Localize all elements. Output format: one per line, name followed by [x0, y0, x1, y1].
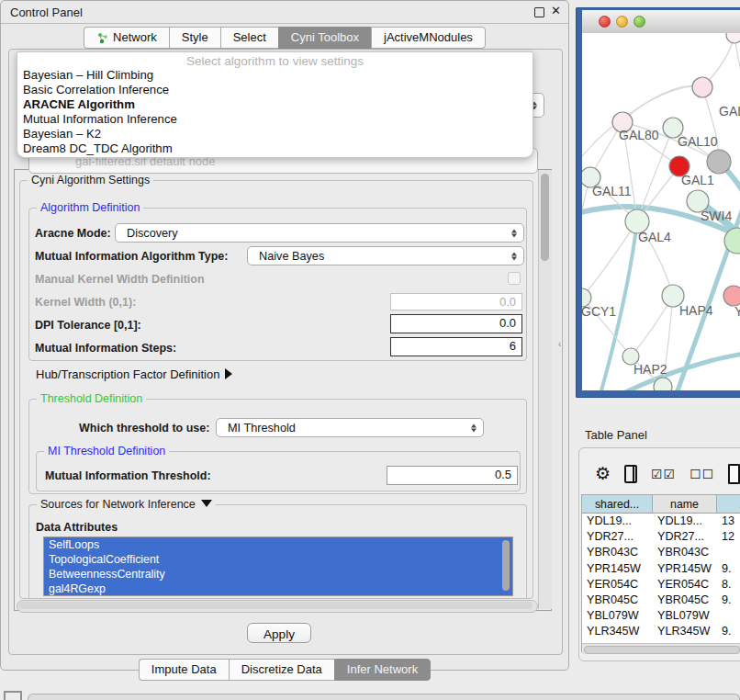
table-row[interactable]: YDL19...YDL19...13: [582, 514, 740, 529]
table-row[interactable]: YBR043CYBR043C: [582, 545, 740, 560]
algorithm-dropdown-popup: Select algorithm to view settings Bayesi…: [17, 51, 533, 158]
manual-kernel-checkbox[interactable]: [508, 272, 521, 285]
tab-discretize-data[interactable]: Discretize Data: [229, 659, 334, 681]
mi-threshold-field[interactable]: 0.5: [387, 466, 518, 485]
combo-arrows-icon: [511, 229, 517, 237]
which-threshold-combo[interactable]: MI Threshold: [216, 418, 484, 437]
table-cell: YDR27...: [582, 529, 653, 545]
table-row[interactable]: YDR27...YDR27...12: [582, 529, 740, 545]
settings-vertical-scrollbar[interactable]: [538, 170, 552, 609]
tab-label: Impute Data: [151, 660, 217, 680]
float-window-icon[interactable]: [534, 7, 544, 17]
minimize-traffic-light-icon[interactable]: [616, 16, 628, 28]
node-label: GAL10: [678, 134, 718, 149]
mi-steps-field[interactable]: 6: [390, 337, 522, 356]
attribute-item-selected[interactable]: TopologicalCoefficient: [44, 552, 512, 567]
minimized-panel-icon[interactable]: [4, 691, 22, 700]
table-cell: YDL19...: [653, 514, 717, 529]
table-cell: YBR043C: [653, 545, 717, 560]
column-header[interactable]: name: [653, 495, 717, 514]
algorithm-placeholder: Select algorithm to view settings: [17, 54, 533, 68]
table-cell: YER054C: [653, 577, 717, 593]
control-panel-title: Control Panel: [10, 6, 83, 19]
tab-label: Select: [233, 28, 266, 48]
node-bottom-partial[interactable]: [654, 378, 672, 390]
unchecked-boxes-icon[interactable]: ☐☐: [690, 467, 714, 481]
which-threshold-label: Which threshold to use:: [79, 422, 209, 435]
algorithm-option[interactable]: Mutual Information Inference: [17, 112, 533, 127]
hub-definition-toggle[interactable]: Hub/Transcription Factor Definition: [36, 367, 232, 381]
checked-boxes-icon[interactable]: ☑☑: [651, 467, 676, 481]
mi-type-combo[interactable]: Naive Bayes: [247, 246, 524, 265]
column-header[interactable]: A: [717, 495, 740, 514]
tab-select[interactable]: Select: [220, 27, 278, 49]
table-cell: YPR145W: [582, 561, 653, 577]
column-header[interactable]: shared...: [582, 495, 653, 514]
attribute-item-selected[interactable]: BetweennessCentrality: [44, 567, 512, 581]
table-row[interactable]: YBR045CYBR045C9.: [582, 593, 740, 608]
table-row[interactable]: YBL079WYBL079W: [582, 608, 740, 624]
dpi-tolerance-field[interactable]: 0.0: [390, 314, 522, 333]
mi-type-value: Naive Bayes: [259, 250, 324, 263]
network-edge: [582, 221, 637, 298]
document-icon[interactable]: [728, 464, 740, 484]
tab-jactivemnodules[interactable]: jActiveMNodules: [371, 27, 486, 49]
algorithm-option[interactable]: Dream8 DC_TDC Algorithm: [17, 141, 533, 156]
tab-style[interactable]: Style: [169, 27, 220, 49]
list-scrollbar-thumb[interactable]: [502, 540, 510, 591]
scrollbar-thumb[interactable]: [584, 646, 740, 654]
node-table[interactable]: shared...nameAYDL19...YDL19...13YDR27...…: [581, 494, 740, 652]
node-salmon[interactable]: [723, 286, 740, 306]
apply-button[interactable]: Apply: [247, 623, 311, 643]
scrollbar-thumb[interactable]: [541, 174, 549, 261]
node-gray[interactable]: [707, 150, 731, 174]
node-top-partial[interactable]: [726, 33, 740, 43]
kernel-width-field[interactable]: 0.0: [390, 293, 522, 310]
tab-network[interactable]: Network: [84, 27, 169, 49]
close-icon[interactable]: ✕: [551, 4, 561, 17]
algorithm-option[interactable]: ARACNE Algorithm: [17, 97, 533, 112]
scrollbar-thumb[interactable]: [18, 602, 533, 609]
network-canvas[interactable]: GALGAL80GAL10GAL1GAL11SWI4GAL4GCY1HAP4YH…: [582, 33, 740, 390]
split-pane-handle[interactable]: ‹: [558, 339, 561, 349]
table-row[interactable]: YER054CYER054C8.: [582, 577, 740, 593]
table-horizontal-scrollbar[interactable]: [582, 643, 740, 654]
table-cell: YDL19...: [582, 514, 653, 529]
network-view-window: GALGAL80GAL10GAL1GAL11SWI4GAL4GCY1HAP4YH…: [576, 7, 740, 398]
which-threshold-value: MI Threshold: [228, 422, 296, 435]
attribute-item-selected[interactable]: gal4RGexp: [44, 581, 512, 596]
combo-arrows-icon: [471, 423, 477, 432]
columns-icon[interactable]: [624, 465, 637, 483]
tab-cyni-toolbox[interactable]: Cyni Toolbox: [278, 27, 371, 49]
table-row[interactable]: YPR145WYPR145W9.: [582, 561, 740, 577]
aracne-mode-combo[interactable]: Discovery: [115, 223, 524, 243]
tab-infer-network[interactable]: Infer Network: [334, 659, 431, 681]
mi-type-label: Mutual Information Algorithm Type:: [35, 250, 228, 263]
network-edge: [622, 85, 702, 122]
attribute-item-selected[interactable]: SelfLoops: [44, 537, 512, 552]
tab-label: Infer Network: [347, 660, 418, 680]
kernel-width-label: Kernel Width (0,1):: [35, 296, 136, 309]
table-cell: YER054C: [582, 577, 653, 593]
node-label: HAP2: [633, 362, 667, 377]
data-attributes-list[interactable]: SelfLoopsTopologicalCoefficientBetweenne…: [43, 536, 513, 596]
zoom-traffic-light-icon[interactable]: [633, 16, 645, 28]
close-traffic-light-icon[interactable]: [599, 16, 611, 28]
algorithm-option[interactable]: Basic Correlation Inference: [17, 83, 533, 97]
node-gal-pink[interactable]: [692, 77, 712, 97]
settings-horizontal-scrollbar[interactable]: [17, 600, 538, 613]
algorithm-option[interactable]: Bayesian – Hill Climbing: [17, 68, 533, 83]
collapsed-arrow-icon: [225, 368, 232, 379]
table-header-row: shared...nameA: [582, 495, 740, 514]
tab-impute-data[interactable]: Impute Data: [139, 659, 229, 681]
mi-threshold-group-title: MI Threshold Definition: [44, 445, 169, 457]
table-panel-title: Table Panel: [585, 428, 647, 442]
tab-label: jActiveMNodules: [384, 28, 473, 48]
dpi-tolerance-label: DPI Tolerance [0,1]:: [35, 319, 141, 332]
gear-icon[interactable]: ⚙: [595, 465, 611, 483]
expanded-arrow-icon: [201, 500, 212, 507]
table-row[interactable]: YLR345WYLR345W9.: [582, 624, 740, 639]
table-cell: 9.: [717, 593, 740, 608]
sources-group-title[interactable]: Sources for Network Inference: [37, 498, 216, 511]
algorithm-option[interactable]: Bayesian – K2: [17, 127, 533, 141]
